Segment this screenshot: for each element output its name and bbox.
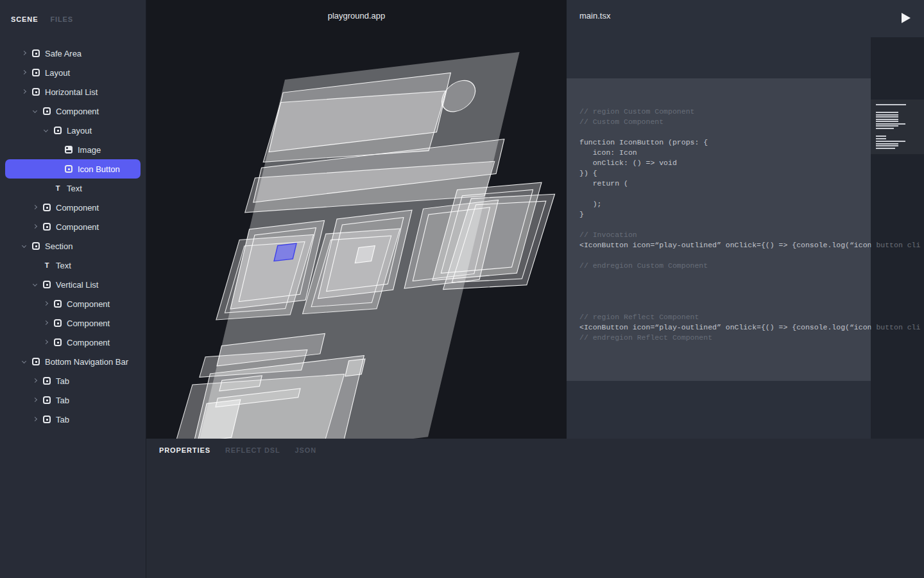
minimap-code-line	[876, 136, 886, 137]
component-icon	[65, 165, 73, 173]
inspector-tab-properties[interactable]: PROPERTIES	[159, 446, 210, 454]
scene-sidebar: SCENEFILES Safe AreaLayoutHorizontal Lis…	[0, 0, 146, 578]
component-icon	[43, 416, 51, 423]
chevron-down-icon[interactable]	[21, 358, 28, 365]
minimap-code-line	[876, 119, 898, 120]
chevron-right-icon[interactable]	[43, 301, 49, 307]
minimap-code-line	[876, 138, 886, 139]
minimap-code-line	[876, 145, 898, 146]
tree-item-label: Component	[56, 222, 99, 232]
scene-tree: Safe AreaLayoutHorizontal ListComponentL…	[0, 44, 146, 429]
component-icon	[54, 127, 62, 134]
minimap-code-line	[876, 114, 898, 116]
component-icon	[32, 49, 40, 57]
tree-item-tab[interactable]: Tab	[0, 390, 146, 410]
sidebar-tab-scene[interactable]: SCENE	[11, 15, 38, 23]
design-canvas[interactable]: playground.app	[146, 0, 567, 439]
tree-item-safe-area[interactable]: Safe Area	[0, 44, 146, 63]
minimap-code-line	[876, 112, 898, 113]
tree-item-label: Horizontal List	[45, 87, 98, 97]
tree-item-label: Component	[67, 319, 110, 328]
chevron-down-icon[interactable]	[32, 281, 38, 288]
inspector-tab-reflect-dsl[interactable]: REFLECT DSL	[225, 446, 280, 454]
tree-item-tab[interactable]: Tab	[0, 371, 146, 390]
tree-item-image[interactable]: Image	[0, 140, 146, 159]
inspector-panel: PROPERTIESREFLECT DSLJSON	[146, 439, 924, 578]
chevron-right-icon[interactable]	[32, 204, 38, 211]
tree-item-text[interactable]: TText	[0, 256, 146, 275]
no-arrow	[54, 166, 60, 172]
chevron-down-icon[interactable]	[43, 127, 49, 134]
chevron-right-icon[interactable]	[32, 223, 38, 230]
minimap-code-line	[876, 121, 898, 122]
chevron-right-icon[interactable]	[21, 89, 28, 95]
minimap-code-line	[876, 123, 905, 125]
tree-item-label: Vertical List	[56, 280, 98, 290]
chevron-right-icon[interactable]	[32, 397, 38, 403]
tree-item-label: Component	[56, 203, 99, 213]
tree-item-layout[interactable]: Layout	[0, 63, 146, 82]
tree-item-label: Layout	[67, 126, 92, 136]
tree-item-icon-button[interactable]: Icon Button	[0, 159, 146, 179]
tree-item-label: Layout	[45, 68, 70, 78]
no-arrow	[54, 146, 60, 153]
text-icon: T	[54, 184, 62, 192]
tree-item-component[interactable]: Component	[0, 198, 146, 217]
tree-item-label: Bottom Navigation Bar	[45, 357, 128, 367]
sidebar-tab-bar: SCENEFILES	[0, 0, 146, 23]
component-icon	[43, 204, 51, 211]
tree-item-label: Tab	[56, 415, 69, 425]
component-icon	[43, 396, 51, 404]
minimap-overlay	[871, 37, 924, 439]
component-icon	[32, 358, 40, 365]
tree-item-label: Text	[56, 261, 71, 270]
inspector-tab-json[interactable]: JSON	[295, 446, 317, 454]
chevron-right-icon[interactable]	[21, 50, 28, 57]
tree-item-label: Tab	[56, 396, 69, 405]
text-icon: T	[43, 261, 51, 269]
canvas-selected-icon-button[interactable]	[274, 243, 296, 261]
minimap-code-line	[876, 125, 898, 127]
component-icon	[43, 281, 51, 288]
chevron-down-icon[interactable]	[32, 108, 38, 114]
tree-item-layout[interactable]: Layout	[0, 121, 146, 140]
tree-item-label: Image	[78, 145, 101, 155]
chevron-right-icon[interactable]	[43, 339, 49, 346]
no-arrow	[32, 262, 38, 268]
component-icon	[43, 377, 51, 385]
tree-item-bottom-navigation-bar[interactable]: Bottom Navigation Bar	[0, 352, 146, 371]
tree-item-component[interactable]: Component	[0, 217, 146, 236]
tree-item-component[interactable]: Component	[0, 313, 146, 333]
minimap-code-line	[876, 116, 898, 118]
component-icon	[32, 88, 40, 96]
selection-pill	[5, 159, 141, 179]
tree-item-horizontal-list[interactable]: Horizontal List	[0, 82, 146, 101]
component-icon	[32, 242, 40, 250]
chevron-right-icon[interactable]	[43, 320, 49, 326]
tree-item-label: Component	[67, 338, 110, 347]
editor-filename: main.tsx	[579, 11, 610, 21]
chevron-right-icon[interactable]	[32, 416, 38, 423]
tree-item-label: Component	[56, 107, 99, 116]
tree-item-component[interactable]: Component	[0, 101, 146, 121]
minimap-code-line	[876, 143, 898, 144]
no-arrow	[43, 185, 49, 191]
tree-item-text[interactable]: TText	[0, 179, 146, 198]
sidebar-tab-files[interactable]: FILES	[50, 15, 73, 23]
minimap-code-line	[876, 148, 895, 149]
inspector-tab-bar: PROPERTIESREFLECT DSLJSON	[146, 439, 924, 454]
tree-item-component[interactable]: Component	[0, 294, 146, 313]
component-icon	[43, 107, 51, 115]
component-icon	[43, 223, 51, 231]
play-button[interactable]	[902, 13, 911, 23]
component-icon	[54, 319, 62, 327]
image-icon	[65, 146, 73, 153]
tree-item-vertical-list[interactable]: Vertical List	[0, 275, 146, 294]
component-icon	[32, 69, 40, 76]
tree-item-component[interactable]: Component	[0, 333, 146, 352]
chevron-down-icon[interactable]	[21, 243, 28, 249]
chevron-right-icon[interactable]	[32, 378, 38, 384]
tree-item-tab[interactable]: Tab	[0, 410, 146, 429]
chevron-right-icon[interactable]	[21, 69, 28, 76]
tree-item-section[interactable]: Section	[0, 236, 146, 256]
